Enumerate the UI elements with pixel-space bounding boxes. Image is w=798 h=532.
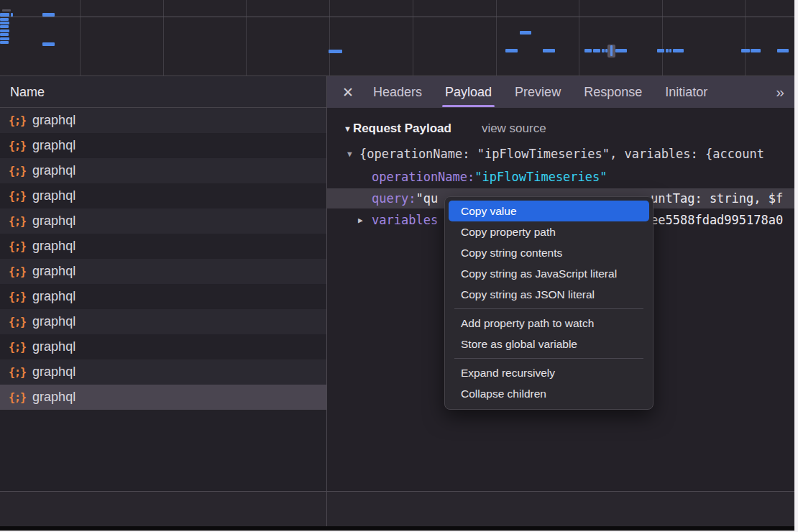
- request-row[interactable]: {;}graphql: [0, 284, 326, 309]
- tab-preview[interactable]: Preview: [503, 76, 572, 108]
- timeline-gridline: [413, 0, 413, 75]
- timeline-request-bar: [593, 49, 600, 52]
- tab-initiator[interactable]: Initiator: [653, 76, 719, 108]
- json-braces-icon: {;}: [9, 240, 26, 253]
- request-row[interactable]: {;}graphql: [0, 133, 326, 158]
- json-braces-icon: {;}: [9, 139, 26, 152]
- json-braces-icon: {;}: [9, 265, 26, 278]
- request-row[interactable]: {;}graphql: [0, 334, 326, 359]
- timeline-gridline: [745, 0, 746, 75]
- json-braces-icon: {;}: [9, 290, 26, 303]
- request-name: graphql: [32, 364, 75, 380]
- menu-item-store-as-global-variable[interactable]: Store as global variable: [449, 334, 649, 354]
- timeline-request-bar: [0, 18, 9, 21]
- request-name: graphql: [32, 113, 75, 128]
- screenshot-edge-right: [794, 0, 798, 532]
- request-row[interactable]: {;}graphql: [0, 183, 326, 208]
- menu-separator: [454, 308, 643, 309]
- timeline-request-bar: [0, 37, 9, 40]
- timeline-request-bar: [543, 49, 555, 52]
- timeline-gridline: [80, 0, 81, 75]
- expanded-arrow-icon[interactable]: ▼: [347, 150, 352, 159]
- pane-divider[interactable]: [326, 76, 327, 526]
- timeline-request-bar: [42, 42, 55, 46]
- request-row[interactable]: {;}graphql: [0, 385, 326, 410]
- property-key: operationName:: [372, 170, 474, 184]
- menu-item-copy-string-as-json-literal[interactable]: Copy string as JSON literal: [449, 284, 649, 305]
- timeline-request-bar: [0, 25, 9, 28]
- json-braces-icon: {;}: [9, 215, 26, 228]
- devtools-window: Name {;}graphql{;}graphql{;}graphql{;}gr…: [0, 0, 798, 532]
- timeline-request-bar: [584, 49, 592, 52]
- property-value-right: untTag: string, $f: [651, 191, 783, 206]
- collapse-arrow-icon[interactable]: ▼: [344, 124, 352, 133]
- menu-item-add-property-path-to-watch[interactable]: Add property path to watch: [449, 313, 649, 334]
- request-name: graphql: [32, 138, 75, 153]
- timeline-request-bar: [505, 49, 518, 52]
- inspector-tabbar: ✕ HeadersPayloadPreviewResponseInitiator…: [327, 76, 794, 108]
- timeline-selected-marker: [610, 45, 613, 56]
- json-braces-icon: {;}: [9, 341, 26, 354]
- menu-item-expand-recursively[interactable]: Expand recursively: [449, 362, 649, 383]
- timeline-gridline: [496, 0, 497, 75]
- request-row[interactable]: {;}graphql: [0, 234, 326, 259]
- request-name: graphql: [32, 239, 75, 254]
- tab-response[interactable]: Response: [572, 76, 653, 108]
- collapsed-arrow-icon[interactable]: ▶: [358, 216, 363, 225]
- json-braces-icon: {;}: [9, 114, 26, 127]
- menu-item-copy-value[interactable]: Copy value: [449, 201, 649, 221]
- property-value-left: "qu: [416, 191, 438, 206]
- menu-item-copy-string-contents[interactable]: Copy string contents: [449, 242, 649, 263]
- close-icon[interactable]: ✕: [334, 84, 362, 101]
- timeline-request-bar: [615, 49, 627, 52]
- request-row[interactable]: {;}graphql: [0, 309, 326, 334]
- request-payload-section[interactable]: ▼ Request Payload view source: [327, 118, 794, 139]
- network-overview-timeline[interactable]: [0, 0, 794, 76]
- property-key: variables: [372, 213, 438, 227]
- request-row[interactable]: {;}graphql: [0, 208, 326, 234]
- timeline-request-bar: [602, 49, 605, 52]
- property-value: "ipFlowTimeseries": [474, 170, 607, 184]
- timeline-request-bar: [329, 50, 342, 53]
- timeline-lane-divider: [0, 17, 794, 17]
- request-name: graphql: [32, 214, 75, 229]
- timeline-gridline: [662, 0, 663, 75]
- object-preview-text: {operationName: "ipFlowTimeseries", vari…: [359, 147, 764, 161]
- operation-name-row[interactable]: operationName: "ipFlowTimeseries": [327, 167, 794, 187]
- timeline-request-bar: [0, 29, 9, 32]
- json-braces-icon: {;}: [9, 165, 26, 178]
- more-tabs-icon[interactable]: »: [776, 83, 794, 101]
- request-row[interactable]: {;}graphql: [0, 158, 326, 183]
- json-braces-icon: {;}: [9, 391, 26, 404]
- timeline-gridline: [163, 0, 164, 75]
- menu-separator: [454, 358, 643, 359]
- tab-payload[interactable]: Payload: [434, 76, 503, 108]
- request-name: graphql: [32, 264, 75, 279]
- timeline-gridline: [579, 0, 579, 75]
- tab-headers[interactable]: Headers: [362, 76, 434, 108]
- request-list: {;}graphql{;}graphql{;}graphql{;}graphql…: [0, 108, 326, 410]
- timeline-request-bar: [669, 49, 671, 52]
- status-footer: [0, 492, 794, 526]
- request-row[interactable]: {;}graphql: [0, 259, 326, 284]
- timeline-request-bar: [0, 41, 9, 44]
- view-source-link[interactable]: view source: [482, 121, 546, 136]
- menu-item-copy-string-as-javascript-literal[interactable]: Copy string as JavaScript literal: [449, 263, 649, 284]
- menu-item-copy-property-path[interactable]: Copy property path: [449, 221, 649, 242]
- timeline-gridline: [329, 0, 330, 75]
- property-key: query:: [372, 191, 416, 206]
- context-menu: Copy valueCopy property pathCopy string …: [444, 196, 653, 410]
- timeline-request-bar: [0, 22, 9, 24]
- name-column-header[interactable]: Name: [0, 76, 326, 108]
- request-row[interactable]: {;}graphql: [0, 108, 326, 133]
- menu-item-collapse-children[interactable]: Collapse children: [449, 383, 649, 404]
- json-braces-icon: {;}: [9, 316, 26, 329]
- object-preview-row[interactable]: ▼ {operationName: "ipFlowTimeseries", va…: [327, 144, 794, 164]
- timeline-request-bar: [673, 49, 684, 52]
- request-name: graphql: [32, 188, 75, 203]
- request-name: graphql: [32, 390, 75, 405]
- timeline-request-bar: [0, 13, 9, 17]
- request-row[interactable]: {;}graphql: [0, 359, 326, 385]
- property-value-right: ee5588fdad995178a0: [651, 213, 783, 227]
- request-name: graphql: [32, 314, 75, 329]
